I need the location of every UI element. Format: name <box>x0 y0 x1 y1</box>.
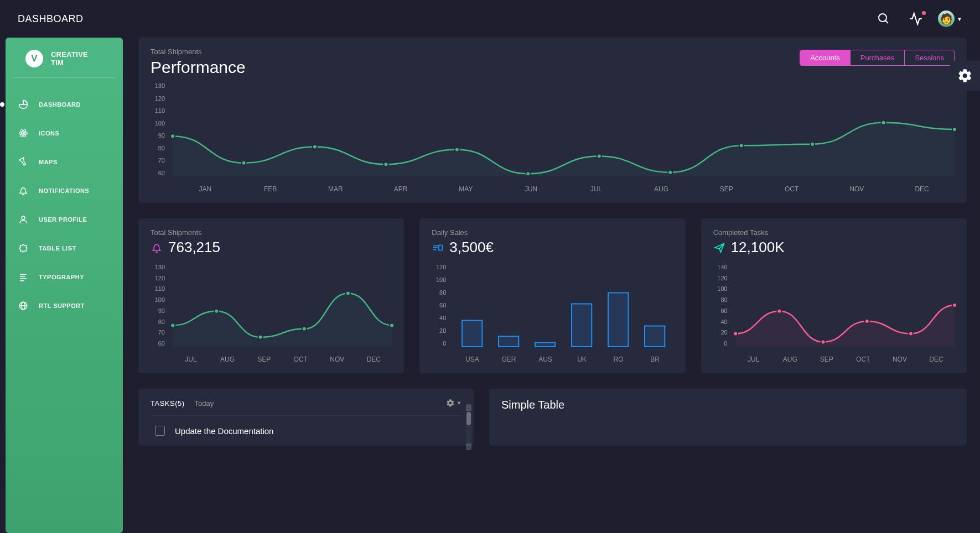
svg-point-18 <box>455 147 459 151</box>
delivery-icon <box>432 242 444 254</box>
sales-value: 3,500€ <box>449 239 494 256</box>
sales-subtitle: Daily Sales <box>432 228 673 237</box>
simple-table-header: Simple Table <box>501 399 955 411</box>
sidebar-item-label: ICONS <box>39 130 59 137</box>
svg-point-17 <box>383 162 388 166</box>
svg-point-0 <box>879 14 886 22</box>
svg-point-28 <box>258 335 263 339</box>
svg-point-26 <box>170 323 175 327</box>
svg-point-30 <box>346 291 350 296</box>
completed-tasks-chart: 140120100806040200 JULAUGSEPOCTNOVDEC <box>713 264 955 363</box>
svg-point-31 <box>390 323 394 327</box>
sidebar-item-dashboard[interactable]: DASHBOARD <box>6 90 123 119</box>
sidebar-item-label: RTL SUPPORT <box>39 302 85 309</box>
completed-tasks-card: Completed Tasks 12,100K 1401201008060402… <box>701 218 967 373</box>
shipments-chart: 13012011010090807060 JULAUGSEPOCTNOVDEC <box>151 264 392 363</box>
pie-chart-icon <box>18 99 29 110</box>
pin-icon <box>18 156 29 168</box>
svg-point-20 <box>597 154 602 159</box>
tasks-card: TASKS(5) Today ▼ Update the Documentatio… <box>138 389 474 446</box>
svg-point-14 <box>170 134 175 138</box>
task-checkbox[interactable] <box>155 426 165 436</box>
performance-card: Total Shipments Performance Accounts Pur… <box>138 38 967 203</box>
svg-rect-33 <box>462 321 482 347</box>
sidebar-item-label: TYPOGRAPHY <box>39 274 84 280</box>
tasks-today: Today <box>195 399 214 407</box>
svg-point-40 <box>733 331 738 336</box>
sidebar-item-icons[interactable]: ICONS <box>6 119 123 148</box>
task-row: Update the Documentation <box>151 415 462 440</box>
sidebar-item-table-list[interactable]: TABLE LIST <box>6 234 123 263</box>
svg-rect-38 <box>645 326 665 347</box>
shipments-subtitle: Total Shipments <box>151 228 392 237</box>
brand-name: CREATIVE TIM <box>51 50 103 67</box>
svg-point-29 <box>302 327 307 331</box>
svg-line-1 <box>885 20 888 23</box>
svg-point-45 <box>952 303 957 307</box>
avatar[interactable]: 🧑 <box>938 11 955 27</box>
svg-point-42 <box>821 339 825 344</box>
svg-rect-36 <box>572 304 592 347</box>
svg-point-43 <box>864 319 869 323</box>
svg-point-23 <box>810 142 815 147</box>
brand[interactable]: V CREATIVE TIM <box>13 48 115 78</box>
svg-point-6 <box>22 216 25 220</box>
sidebar-item-label: TABLE LIST <box>39 245 76 252</box>
send-icon <box>713 242 725 254</box>
sidebar-item-user-profile[interactable]: USER PROFILE <box>6 205 123 234</box>
sidebar-item-label: DASHBOARD <box>39 101 81 108</box>
tasks-settings-button[interactable]: ▼ <box>446 399 462 407</box>
scroll-up-button[interactable]: ▲ <box>466 404 471 411</box>
activity-icon[interactable] <box>905 8 927 30</box>
bell-icon <box>151 242 163 254</box>
shipments-value: 763,215 <box>168 239 220 256</box>
svg-point-5 <box>23 133 24 134</box>
atom-icon <box>18 128 29 139</box>
simple-table-card: Simple Table <box>489 389 967 446</box>
svg-point-24 <box>882 121 886 125</box>
sidebar-item-typography[interactable]: TYPOGRAPHY <box>6 263 123 291</box>
align-icon <box>18 271 29 283</box>
settings-button[interactable] <box>950 61 980 91</box>
svg-point-16 <box>313 145 317 149</box>
shipments-card: Total Shipments 763,215 1301201101009080… <box>138 218 404 373</box>
svg-point-21 <box>668 170 672 175</box>
svg-point-19 <box>526 171 530 176</box>
scrollbar-thumb[interactable] <box>466 412 471 425</box>
globe-icon <box>18 300 29 311</box>
notification-dot <box>922 11 926 15</box>
chart-tab-group: Accounts Purchases Sessions <box>800 50 955 66</box>
page-title: DASHBOARD <box>18 13 84 25</box>
sidebar-item-notifications[interactable]: NOTIFICATIONS <box>6 176 123 205</box>
completed-tasks-value: 12,100K <box>731 239 785 256</box>
tab-accounts[interactable]: Accounts <box>800 50 850 65</box>
task-title: Update the Documentation <box>175 426 273 436</box>
svg-point-44 <box>909 331 913 336</box>
svg-rect-37 <box>608 293 628 347</box>
sidebar: V CREATIVE TIM DASHBOARD ICONS MAPS NOTI… <box>6 38 123 533</box>
sidebar-item-label: NOTIFICATIONS <box>39 187 89 194</box>
tasks-header: TASKS(5) <box>151 399 185 407</box>
avatar-caret-icon[interactable]: ▼ <box>957 16 962 22</box>
svg-point-22 <box>739 143 744 148</box>
sidebar-item-maps[interactable]: MAPS <box>6 148 123 176</box>
sales-chart: 120100806040200 USAGERAUSUKROBR <box>432 264 673 363</box>
sidebar-item-rtl-support[interactable]: RTL SUPPORT <box>6 291 123 320</box>
brand-logo: V <box>25 50 43 67</box>
user-icon <box>18 214 29 225</box>
sales-card: Daily Sales 3,500€ 120100806040200 USAGE… <box>419 218 685 373</box>
svg-point-27 <box>214 309 219 313</box>
scroll-down-button[interactable]: ▼ <box>466 443 471 450</box>
svg-rect-32 <box>439 245 442 250</box>
tasks-scrollbar[interactable]: ▲ ▼ <box>466 411 471 443</box>
svg-point-41 <box>777 309 781 313</box>
sidebar-item-label: USER PROFILE <box>39 216 87 223</box>
completed-tasks-subtitle: Completed Tasks <box>713 228 955 237</box>
search-icon[interactable] <box>873 8 895 30</box>
puzzle-icon <box>18 243 29 254</box>
performance-chart: 13012011010090807060 JANFEBMARAPRMAYJUNJ… <box>151 82 955 193</box>
svg-point-25 <box>952 127 957 132</box>
tab-sessions[interactable]: Sessions <box>905 50 954 65</box>
bell-icon <box>18 185 29 196</box>
tab-purchases[interactable]: Purchases <box>851 50 905 65</box>
